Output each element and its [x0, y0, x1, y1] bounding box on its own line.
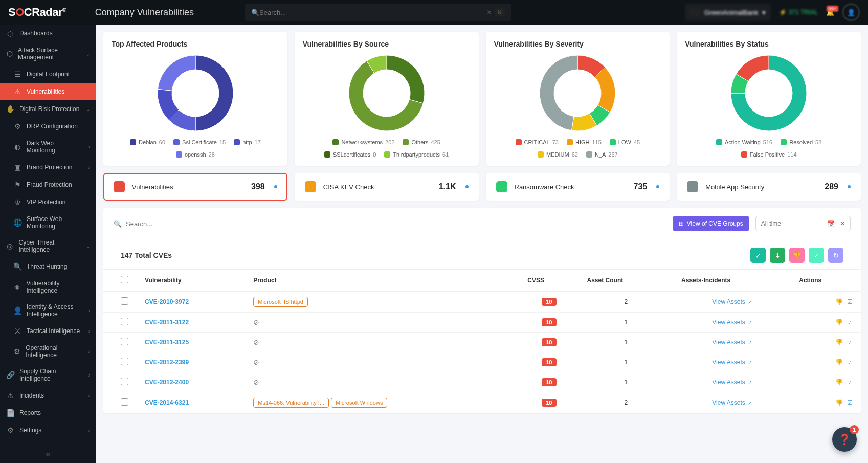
legend-item[interactable]: HIGH 115 [567, 139, 602, 145]
cve-link[interactable]: CVE-2010-3972 [145, 298, 189, 305]
sidebar-item-vulnerabilities[interactable]: ⚠Vulnerabilities [0, 83, 96, 100]
sidebar-item-digital-footprint[interactable]: ☰Digital Footprint [0, 65, 96, 83]
clear-icon[interactable]: ✕ [840, 220, 845, 227]
sidebar-item-surface-web-monitoring[interactable]: 🌐Surface Web Monitoring [0, 211, 96, 234]
global-search[interactable]: 🔍 ✕ K [245, 4, 511, 21]
legend-item[interactable]: Networksystems 202 [332, 139, 394, 145]
check-icon[interactable]: ☑ [847, 379, 853, 386]
time-filter[interactable]: All time 📅 ✕ [755, 216, 851, 231]
trial-badge[interactable]: ⚡ 371 TRIAL [779, 9, 818, 16]
sidebar-item-cyber-threat-intelligence[interactable]: ◎Cyber Threat Intelligence⌄ [0, 234, 96, 258]
sidebar-item-dark-web-monitoring[interactable]: ◐Dark Web Monitoring› [0, 135, 96, 159]
sidebar-item-identity-access-intelligence[interactable]: 👤Identity & Access Intelligence› [0, 299, 96, 322]
view-assets-link[interactable]: View Assets ↗ [712, 359, 752, 366]
view-assets-link[interactable]: View Assets ↗ [712, 319, 752, 326]
stat-mobile-app-security[interactable]: Mobile App Security289 [677, 173, 861, 201]
column-header[interactable]: Assets-Incidents [673, 270, 791, 292]
column-header[interactable] [103, 270, 137, 292]
view-cve-groups-button[interactable]: ⊞ View of CVE Groups [673, 216, 749, 231]
cve-link[interactable]: CVE-2014-6321 [145, 399, 189, 406]
logo[interactable]: SOCRadar® [8, 6, 66, 19]
cve-link[interactable]: CVE-2012-2400 [145, 379, 189, 386]
action-dislike-button[interactable]: 👎 [789, 248, 805, 263]
product-tag[interactable]: Microsoft Windows [331, 398, 387, 408]
legend-item[interactable]: Action Waiting 516 [716, 139, 772, 145]
sidebar-item-operational-intelligence[interactable]: ⚙Operational Intelligence› [0, 340, 96, 363]
company-selector[interactable]: GreenAnimalBank ▾ [685, 4, 771, 21]
dislike-icon[interactable]: 👎 [835, 298, 843, 305]
legend-item[interactable]: CRITICAL 73 [516, 139, 559, 145]
row-checkbox[interactable] [121, 318, 128, 325]
cve-link[interactable]: CVE-2011-3125 [145, 339, 189, 346]
legend-item[interactable]: SSLcertificates 0 [324, 151, 376, 158]
stat-ransomware-check[interactable]: Ransomware Check735 [486, 173, 670, 201]
cve-link[interactable]: CVE-2011-3122 [145, 319, 189, 326]
legend-item[interactable]: Resolved 58 [781, 139, 821, 145]
sidebar-item-threat-hunting[interactable]: 🔍Threat Hunting [0, 258, 96, 275]
sidebar-item-dashboards[interactable]: ◌Dashboards [0, 25, 96, 42]
row-checkbox[interactable] [121, 398, 128, 406]
view-assets-link[interactable]: View Assets ↗ [712, 379, 752, 386]
column-header[interactable]: CVSS [519, 270, 578, 292]
column-header[interactable]: Asset Count [579, 270, 674, 292]
column-header[interactable]: Vulnerability [137, 270, 245, 292]
sidebar-item-reports[interactable]: 📄Reports [0, 404, 96, 422]
view-assets-link[interactable]: View Assets ↗ [712, 339, 752, 346]
legend-item[interactable]: N_A 267 [586, 151, 618, 158]
legend-item[interactable]: Ssl Certificate 15 [173, 139, 226, 145]
column-header[interactable]: Product [245, 270, 519, 292]
view-assets-link[interactable]: View Assets ↗ [712, 298, 752, 305]
product-tag[interactable]: Microsoft IIS httpd [253, 297, 308, 307]
stat-cisa-kev-check[interactable]: CISA KEV Check1.1K [295, 173, 479, 201]
sidebar-item-tactical-intelligence[interactable]: ⚔Tactical Intelligence› [0, 322, 96, 340]
check-icon[interactable]: ☑ [847, 339, 853, 346]
stat-vulnerabilities[interactable]: Vulnerabilities398 [103, 173, 287, 201]
notifications-button[interactable]: 🔔 99+ [826, 9, 834, 16]
dislike-icon[interactable]: 👎 [835, 359, 843, 366]
table-search[interactable]: 🔍 [114, 220, 666, 228]
dislike-icon[interactable]: 👎 [835, 319, 843, 326]
user-avatar[interactable]: 👤 [842, 4, 860, 21]
search-input[interactable] [259, 9, 486, 16]
column-header[interactable]: Actions [791, 270, 861, 292]
sidebar-item-vip-protection[interactable]: ♔VIP Protection [0, 193, 96, 211]
row-checkbox[interactable] [121, 338, 128, 345]
check-icon[interactable]: ☑ [847, 319, 853, 326]
view-assets-link[interactable]: View Assets ↗ [712, 399, 752, 406]
dislike-icon[interactable]: 👎 [835, 379, 843, 386]
action-refresh-button[interactable]: ↻ [828, 248, 843, 263]
legend-item[interactable]: False Positive 114 [741, 151, 797, 158]
legend-item[interactable]: Debian 60 [130, 139, 165, 145]
action-approve-button[interactable]: ✓ [809, 248, 824, 263]
legend-item[interactable]: MEDIUM 62 [538, 151, 578, 158]
legend-item[interactable]: Thirdpartyproducts 61 [384, 151, 449, 158]
clear-icon[interactable]: ✕ [486, 9, 492, 16]
dislike-icon[interactable]: 👎 [835, 399, 843, 406]
action-expand-button[interactable]: ⤢ [750, 248, 766, 263]
legend-item[interactable]: openssh 28 [176, 151, 215, 158]
help-fab[interactable]: ❓ 1 [832, 427, 857, 452]
sidebar-item-brand-protection[interactable]: ▣Brand Protection› [0, 159, 96, 176]
legend-item[interactable]: http 17 [234, 139, 261, 145]
legend-item[interactable]: LOW 45 [610, 139, 640, 145]
row-checkbox[interactable] [121, 297, 128, 305]
sidebar-item-vulnerability-intelligence[interactable]: ◈Vulnerability Intelligence [0, 275, 96, 299]
product-tag[interactable]: Ms14-066: Vulnerability I... [253, 398, 329, 408]
sidebar-item-drp-configuration[interactable]: ⚙DRP Configuration [0, 118, 96, 135]
sidebar-item-digital-risk-protection[interactable]: ✋Digital Risk Protection⌄ [0, 100, 96, 118]
check-icon[interactable]: ☑ [847, 359, 853, 366]
row-checkbox[interactable] [121, 358, 128, 365]
cve-link[interactable]: CVE-2012-2399 [145, 359, 189, 366]
sidebar-item-attack-surface-management[interactable]: ⬡Attack Surface Management⌄ [0, 42, 96, 65]
sidebar-item-incidents[interactable]: ⚠Incidents› [0, 387, 96, 404]
sidebar-item-supply-chain-intelligence[interactable]: 🔗Supply Chain Intelligence› [0, 363, 96, 387]
check-icon[interactable]: ☑ [847, 399, 853, 406]
select-all-checkbox[interactable] [121, 276, 128, 283]
sidebar-item-settings[interactable]: ⚙Settings› [0, 422, 96, 439]
legend-item[interactable]: Others 425 [403, 139, 440, 145]
action-download-button[interactable]: ⬇ [770, 248, 785, 263]
sidebar-item-fraud-protection[interactable]: ⚑Fraud Protection [0, 176, 96, 193]
row-checkbox[interactable] [121, 378, 128, 385]
dislike-icon[interactable]: 👎 [835, 339, 843, 346]
table-search-input[interactable] [126, 220, 666, 228]
